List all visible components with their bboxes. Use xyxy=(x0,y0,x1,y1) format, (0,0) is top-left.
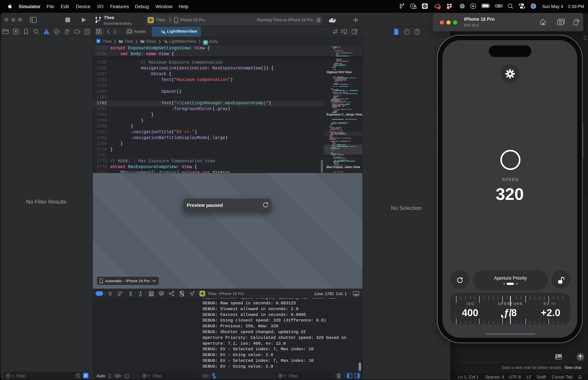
svg-text:4: 4 xyxy=(447,6,449,9)
